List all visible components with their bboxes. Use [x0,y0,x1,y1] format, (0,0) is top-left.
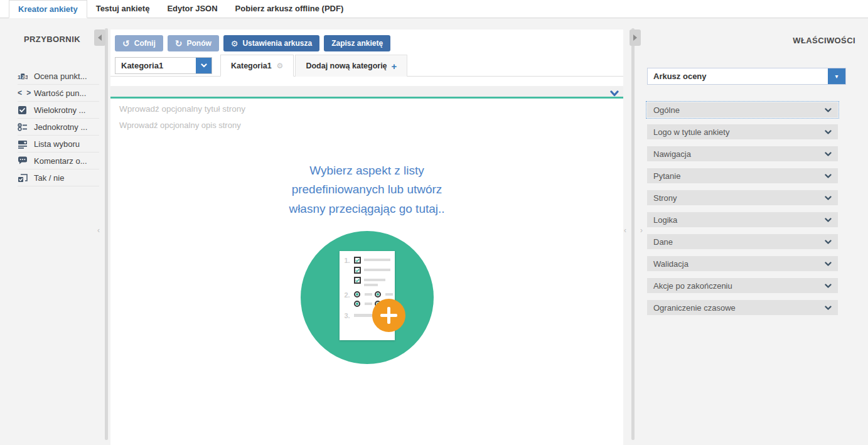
toolbox-item-comment[interactable]: Komentarz o... [18,153,99,169]
comment-icon [18,156,34,166]
tab-download-pdf[interactable]: Pobierz arkusz offline (PDF) [227,0,353,18]
category-gear-icon[interactable]: ⚙ [277,62,284,70]
properties-accordion: Ogólne Logo w tytule ankiety Nawigacja P… [647,102,838,315]
toolbox-item-boolean[interactable]: Tak / nie [18,169,99,186]
accordion-section-general[interactable]: Ogólne [647,102,838,117]
accordion-section-data[interactable]: Dane [647,234,838,249]
workspace: PRZYBORNIK 123 Ocena punkt... < > Wartoś… [0,18,868,445]
properties-selector-value: Arkusz oceny [648,68,828,84]
plus-icon: + [392,61,397,72]
rating-icon: 123 [18,72,34,81]
main-tab-bar: Kreator ankiety Testuj ankietę Edytor JS… [0,0,868,18]
toolbox-list: 123 Ocena punkt... < > Wartość pun... Wi… [18,68,99,186]
add-question-plus-icon [372,299,405,332]
toolbox-item-label: Wielokrotny ... [34,105,85,115]
illustration-number: 2. [345,291,354,307]
category-selector[interactable]: Kategoria1 [115,57,212,74]
checkbox-icon [18,105,34,115]
undo-label: Cofnij [134,39,156,48]
toolbox-title: PRZYBORNIK [0,35,104,44]
accordion-section-question[interactable]: Pytanie [647,168,838,183]
chevron-down-icon [825,262,832,266]
chevron-right-icon [633,35,637,41]
redo-label: Ponów [186,39,211,48]
sheet-settings-label: Ustawienia arkusza [242,39,312,48]
tab-test-survey[interactable]: Testuj ankietę [87,0,159,18]
radiogroup-icon [18,122,34,132]
properties-selector-dropdown-button[interactable]: ▾ [828,68,845,84]
toolbox-item-dropdown[interactable]: Lista wyboru [18,136,99,153]
page-description-input[interactable]: Wprowadź opcjonalny opis strony [119,121,614,130]
accordion-section-time-limit[interactable]: Ograniczenie czasowe [647,300,838,315]
collapse-toolbox-button[interactable] [94,29,105,46]
chevron-left-icon [98,35,102,41]
chevron-down-icon [825,108,832,112]
category-selector-dropdown-button[interactable] [196,58,212,73]
toolbox-item-label: Wartość pun... [34,88,86,98]
accordion-section-navigation[interactable]: Nawigacja [647,146,838,161]
undo-button[interactable]: ↺ Cofnij [115,35,163,51]
toolbox-item-label: Jednokrotny ... [34,122,87,132]
caret-down-icon: ▾ [835,73,838,80]
toolbox-item-checkbox[interactable]: Wielokrotny ... [18,102,99,119]
empty-page-message: Wybierz aspekt z listy predefiniowanych … [119,161,614,218]
toolbox-item-label: Ocena punkt... [34,72,87,81]
value-icon: < > [18,88,34,97]
svg-text:3: 3 [25,73,28,80]
page-title-input[interactable]: Wprowadź opcjonalny tytuł strony [119,104,614,114]
illustration-number: 1. [345,257,354,287]
toolbox-item-label: Tak / nie [34,173,64,183]
chevron-down-icon [825,306,832,310]
dropdown-icon [18,139,34,149]
page-header-band [110,86,623,99]
page-collapse-button[interactable] [610,88,619,99]
svg-text:1: 1 [18,73,21,80]
chevron-down-icon [825,240,832,244]
chevron-down-icon [610,90,619,97]
redo-button[interactable]: ↻ Ponów [168,35,219,51]
canvas-toolbar: ↺ Cofnij ↻ Ponów ⚙ Ustawienia arkusza Za… [110,29,623,51]
save-survey-label: Zapisz ankietę [331,39,383,48]
properties-panel: WŁAŚCIWOŚCI Arkusz oceny ▾ Ogólne Logo w… [635,18,868,445]
category-tab-bar: Kategoria1 Kategoria1 ⚙ Dodaj nową kateg… [110,55,623,77]
tab-survey-creator[interactable]: Kreator ankiety [9,0,87,18]
add-category-tab[interactable]: Dodaj nową kategorię + [295,55,407,77]
toolbox-item-radiogroup[interactable]: Jednokrotny ... [18,119,99,136]
accordion-section-logic[interactable]: Logika [647,212,838,227]
page-body: Wprowadź opcjonalny tytuł strony Wprowad… [110,99,623,364]
accordion-section-completion-actions[interactable]: Akcje po zakończeniu [647,278,838,293]
undo-icon: ↺ [122,39,130,48]
chevron-down-icon [825,130,832,134]
redo-icon: ↻ [175,39,183,48]
add-category-label: Dodaj nową kategorię [306,62,387,70]
sheet-settings-button[interactable]: ⚙ Ustawienia arkusza [223,35,319,51]
category-selector-value: Kategoria1 [115,58,196,73]
chevron-down-icon [825,174,832,178]
accordion-section-validation[interactable]: Walidacja [647,256,838,271]
toolbox-item-rating[interactable]: 123 Ocena punkt... [18,68,99,85]
chevron-down-icon [825,152,832,156]
drop-zone-illustration: 1. [301,231,434,364]
toolbox-item-label: Lista wyboru [34,139,80,149]
save-survey-button[interactable]: Zapisz ankietę [324,35,390,51]
chevron-down-icon [201,63,207,68]
collapse-properties-button[interactable] [630,29,641,46]
boolean-icon [18,173,34,183]
accordion-section-logo[interactable]: Logo w tytule ankiety [647,124,838,139]
properties-object-selector[interactable]: Arkusz oceny ▾ [647,68,846,85]
tab-json-editor[interactable]: Edytor JSON [158,0,226,18]
chevron-down-icon [825,196,832,200]
design-canvas: ↺ Cofnij ↻ Ponów ⚙ Ustawienia arkusza Za… [110,29,623,445]
toolbox-item-label: Komentarz o... [34,156,87,166]
svg-text:2: 2 [22,74,24,80]
toolbox-panel: PRZYBORNIK 123 Ocena punkt... < > Wartoś… [0,18,104,445]
properties-title: WŁAŚCIWOŚCI [635,36,868,45]
illustration-number: 3. [345,312,354,319]
chevron-down-icon [825,284,832,288]
category-tab-label: Kategoria1 [231,62,272,70]
chevron-down-icon [825,218,832,222]
accordion-section-pages[interactable]: Strony [647,190,838,205]
toolbox-item-value[interactable]: < > Wartość pun... [18,85,99,102]
gear-icon: ⚙ [231,40,238,48]
category-tab-active[interactable]: Kategoria1 ⚙ [220,55,294,77]
